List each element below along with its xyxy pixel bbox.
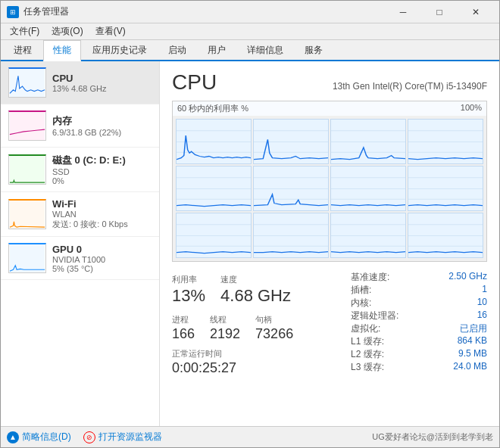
cpu-stats: 13% 4.68 GHz [52, 84, 152, 93]
row-stats-mid: 进程 166 线程 2192 句柄 73266 [172, 311, 336, 345]
svg-rect-41 [254, 213, 328, 257]
logical-label: 逻辑处理器: [351, 310, 398, 322]
right-stats-panel: 基准速度: 2.50 GHz 插槽: 1 内核: 10 逻辑处理器: 16 [351, 271, 487, 382]
disk-info: 磁盘 0 (C: D: E:) SSD 0% [52, 154, 152, 185]
minimize-button[interactable]: ─ [386, 1, 420, 23]
bottom-stats: 利用率 13% 速度 4.68 GHz 进程 166 [172, 271, 487, 382]
tab-performance[interactable]: 性能 [43, 40, 81, 61]
tab-processes[interactable]: 进程 [4, 40, 42, 60]
wifi-speed: 发送: 0 接收: 0 Kbps [52, 219, 152, 230]
sidebar-item-gpu[interactable]: GPU 0 NVIDIA T1000 5% (35 °C) [1, 237, 159, 280]
svg-rect-4 [10, 244, 45, 272]
sidebar-item-ram[interactable]: 内存 6.9/31.8 GB (22%) [1, 104, 159, 148]
uptime-value: 0:00:25:27 [172, 361, 336, 376]
sidebar-item-disk[interactable]: 磁盘 0 (C: D: E:) SSD 0% [1, 148, 159, 192]
virt-label: 虚拟化: [351, 322, 380, 335]
window-controls: ─ □ ✕ [386, 1, 493, 23]
logical-row: 逻辑处理器: 16 [351, 310, 487, 322]
utilization-value: 13% [172, 287, 205, 305]
l3-label: L3 缓存: [351, 361, 384, 374]
content-area: CPU 13% 4.68 GHz 内存 6.9/31.8 GB (22%) [1, 61, 499, 426]
l2-row: L2 缓存: 9.5 MB [351, 348, 487, 361]
threads-label: 线程 [210, 314, 240, 325]
app-icon: ⊞ [7, 6, 19, 18]
tab-users[interactable]: 用户 [198, 40, 236, 60]
cpu-info: CPU 13% 4.68 GHz [52, 73, 152, 93]
utilization-label: 利用率 [172, 274, 205, 285]
handles-value: 73266 [255, 327, 293, 342]
summary-icon: ▲ [7, 431, 19, 443]
svg-rect-33 [408, 166, 483, 210]
left-stats: 利用率 13% 速度 4.68 GHz 进程 166 [172, 271, 336, 382]
cpu-name: CPU [52, 73, 152, 84]
uptime-label: 正常运行时间 [172, 348, 336, 359]
slots-label: 插槽: [351, 284, 371, 297]
base-speed-label: 基准速度: [351, 271, 389, 284]
task-manager-window: ⊞ 任务管理器 ─ □ ✕ 文件(F) 选项(O) 查看(V) 进程 性能 应用… [0, 0, 500, 448]
graph-label-right: 100% [461, 103, 482, 114]
row-stats-top: 利用率 13% 速度 4.68 GHz [172, 271, 336, 308]
svg-rect-13 [331, 120, 405, 163]
cpu-graph-area: 60 秒内的利用率 % 100% [172, 101, 487, 262]
cpu-graph-6 [330, 166, 406, 211]
cpu-graph-7 [408, 166, 483, 211]
tab-app-history[interactable]: 应用历史记录 [83, 40, 157, 60]
wifi-type: WLAN [52, 210, 152, 219]
cpu-graph-10 [330, 213, 406, 258]
svg-rect-1 [10, 112, 45, 140]
slots-value: 1 [482, 284, 487, 297]
monitor-icon: ⊘ [83, 431, 95, 443]
title-bar: ⊞ 任务管理器 ─ □ ✕ [1, 1, 499, 23]
cpu-graph-5 [253, 166, 329, 211]
summary-label: 简略信息(D) [22, 431, 71, 443]
svg-rect-9 [254, 120, 328, 163]
disk-type: SSD [52, 167, 152, 176]
maximize-button[interactable]: □ [422, 1, 457, 23]
cpu-thumbnail [8, 67, 46, 98]
sidebar-item-wifi[interactable]: Wi-Fi WLAN 发送: 0 接收: 0 Kbps [1, 192, 159, 237]
svg-rect-37 [177, 213, 251, 257]
cpu-graph-8 [176, 213, 252, 258]
main-header: CPU 13th Gen Intel(R) Core(TM) i5-13490F [172, 70, 487, 95]
threads-block: 线程 2192 [210, 311, 240, 345]
monitor-link[interactable]: ⊘ 打开资源监视器 [83, 431, 162, 443]
wifi-thumbnail [8, 199, 46, 229]
virt-row: 虚拟化: 已启用 [351, 322, 487, 335]
l3-value: 24.0 MB [453, 361, 487, 374]
cpu-graphs-grid [173, 116, 486, 261]
cpu-graph-4 [176, 166, 252, 211]
wifi-info: Wi-Fi WLAN 发送: 0 接收: 0 Kbps [52, 198, 152, 230]
monitor-label: 打开资源监视器 [98, 431, 162, 443]
handles-block: 句柄 73266 [255, 311, 293, 345]
menu-view[interactable]: 查看(V) [89, 23, 132, 39]
gpu-thumbnail [8, 243, 46, 273]
gpu-usage: 5% (35 °C) [52, 264, 152, 273]
wifi-name: Wi-Fi [52, 198, 152, 210]
tab-startup[interactable]: 启动 [158, 40, 196, 60]
sidebar-item-cpu[interactable]: CPU 13% 4.68 GHz [1, 61, 159, 104]
svg-rect-5 [177, 120, 251, 163]
menu-options[interactable]: 选项(O) [45, 23, 89, 39]
footer-watermark: UG爱好者论坛@活到到老学到老 [372, 431, 493, 443]
cpu-graph-3 [408, 119, 483, 164]
svg-rect-0 [10, 69, 45, 97]
main-panel: CPU 13th Gen Intel(R) Core(TM) i5-13490F… [160, 61, 499, 426]
tab-details[interactable]: 详细信息 [237, 40, 293, 60]
svg-rect-49 [408, 213, 483, 257]
disk-name: 磁盘 0 (C: D: E:) [52, 154, 152, 167]
main-title: CPU [172, 70, 217, 95]
speed-value: 4.68 GHz [220, 287, 291, 305]
ram-stats: 6.9/31.8 GB (22%) [52, 128, 152, 137]
tab-services[interactable]: 服务 [295, 40, 333, 60]
summary-link[interactable]: ▲ 简略信息(D) [7, 431, 71, 443]
ram-info: 内存 6.9/31.8 GB (22%) [52, 114, 152, 137]
disk-usage: 0% [52, 176, 152, 185]
cpu-graph-1 [253, 119, 329, 164]
threads-value: 2192 [210, 327, 240, 342]
footer-left: ▲ 简略信息(D) ⊘ 打开资源监视器 [7, 431, 162, 443]
close-button[interactable]: ✕ [458, 1, 493, 23]
l1-label: L1 缓存: [351, 335, 384, 348]
menu-file[interactable]: 文件(F) [4, 23, 45, 39]
graph-label-left: 60 秒内的利用率 % [177, 103, 248, 114]
l3-row: L3 缓存: 24.0 MB [351, 361, 487, 374]
